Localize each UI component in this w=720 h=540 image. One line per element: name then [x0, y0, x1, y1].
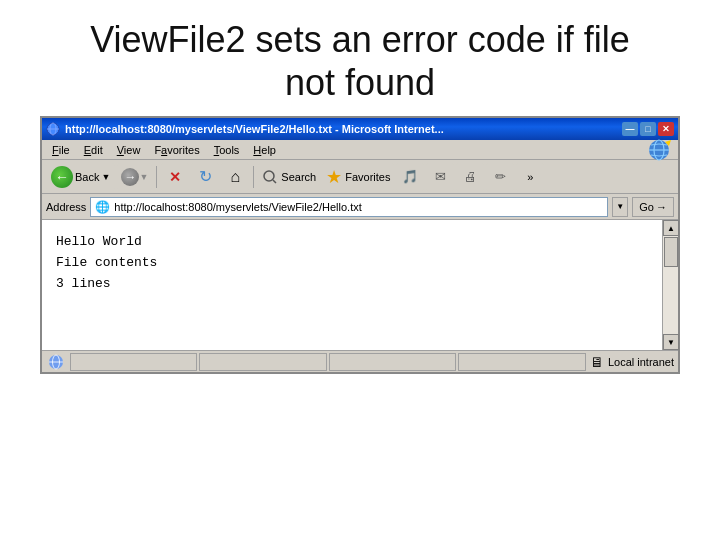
favorites-label: Favorites [345, 171, 390, 183]
go-label: Go [639, 201, 654, 213]
media-button[interactable]: 🎵 [396, 163, 424, 191]
menu-edit[interactable]: Edit [78, 143, 109, 157]
search-label: Search [281, 171, 316, 183]
stop-icon: ✕ [169, 169, 181, 185]
address-globe-icon: 🌐 [95, 200, 110, 214]
address-dropdown-button[interactable]: ▼ [612, 197, 628, 217]
scroll-track [663, 236, 678, 334]
edit-page-button[interactable]: ✏ [486, 163, 514, 191]
toolbar-separator-2 [253, 166, 254, 188]
zone-text: Local intranet [608, 356, 674, 368]
search-icon [262, 169, 278, 185]
title-line1: ViewFile2 sets an error code if file [90, 19, 630, 60]
scroll-down-button[interactable]: ▼ [663, 334, 679, 350]
favorites-button[interactable]: ★ Favorites [322, 163, 394, 191]
address-bar: Address 🌐 ▼ Go → [42, 194, 678, 220]
status-segment-2 [199, 353, 326, 371]
title-bar: http://localhost:8080/myservlets/ViewFil… [42, 118, 678, 140]
refresh-icon: ↻ [199, 167, 212, 186]
browser-title-text: http://localhost:8080/myservlets/ViewFil… [63, 123, 619, 135]
content-area: Hello World File contents 3 lines ▲ ▼ [42, 220, 678, 350]
more-button[interactable]: » [516, 163, 544, 191]
ie-logo-icon [645, 138, 673, 162]
title-bar-buttons: — □ ✕ [622, 122, 674, 136]
address-input[interactable] [114, 201, 603, 213]
vertical-scrollbar[interactable]: ▲ ▼ [662, 220, 678, 350]
title-line2: not found [285, 62, 435, 103]
search-button[interactable]: Search [258, 163, 320, 191]
edit-icon: ✏ [495, 169, 506, 184]
menu-help[interactable]: Help [247, 143, 282, 157]
menu-favorites[interactable]: Favorites [148, 143, 205, 157]
back-arrow-icon: ← [51, 166, 73, 188]
status-zone: 🖥 Local intranet [590, 354, 674, 370]
back-label: Back [75, 171, 99, 183]
status-segment-3 [329, 353, 456, 371]
address-input-wrapper: 🌐 [90, 197, 608, 217]
mail-icon: ✉ [435, 169, 446, 184]
scroll-up-button[interactable]: ▲ [663, 220, 679, 236]
mail-button[interactable]: ✉ [426, 163, 454, 191]
home-icon: ⌂ [230, 168, 240, 186]
back-button[interactable]: ← Back ▼ [46, 163, 115, 191]
minimize-button[interactable]: — [622, 122, 638, 136]
print-button[interactable]: 🖨 [456, 163, 484, 191]
maximize-button[interactable]: □ [640, 122, 656, 136]
content-line-1: Hello World [56, 232, 648, 253]
browser-window: http://localhost:8080/myservlets/ViewFil… [40, 116, 680, 374]
status-bar: 🖥 Local intranet [42, 350, 678, 372]
content-main: Hello World File contents 3 lines [42, 220, 662, 350]
status-progress-area [70, 353, 586, 371]
slide-title: ViewFile2 sets an error code if file not… [0, 0, 720, 116]
content-line-3: 3 lines [56, 274, 648, 295]
go-button[interactable]: Go → [632, 197, 674, 217]
browser-title-icon [46, 122, 60, 136]
address-label: Address [46, 201, 86, 213]
toolbar: ← Back ▼ → ▼ ✕ ↻ ⌂ Search [42, 160, 678, 194]
forward-dropdown-icon: ▼ [139, 172, 148, 182]
menu-bar: File Edit View Favorites Tools Help [42, 140, 678, 160]
zone-computer-icon: 🖥 [590, 354, 604, 370]
refresh-button[interactable]: ↻ [191, 163, 219, 191]
forward-arrow-icon: → [121, 168, 139, 186]
more-label: » [527, 171, 533, 183]
home-button[interactable]: ⌂ [221, 163, 249, 191]
scroll-thumb[interactable] [664, 237, 678, 267]
go-arrow-icon: → [656, 201, 667, 213]
status-segment-1 [70, 353, 197, 371]
print-icon: 🖨 [464, 169, 477, 184]
status-segment-4 [458, 353, 585, 371]
toolbar-separator-1 [156, 166, 157, 188]
back-dropdown-icon: ▼ [101, 172, 110, 182]
media-icon: 🎵 [402, 169, 418, 184]
menu-view[interactable]: View [111, 143, 147, 157]
close-button[interactable]: ✕ [658, 122, 674, 136]
status-page-icon [46, 352, 66, 372]
svg-line-7 [273, 180, 276, 183]
stop-button[interactable]: ✕ [161, 163, 189, 191]
svg-point-6 [264, 171, 274, 181]
forward-button[interactable]: → ▼ [117, 163, 152, 191]
favorites-star-icon: ★ [326, 166, 342, 188]
content-line-2: File contents [56, 253, 648, 274]
menu-tools[interactable]: Tools [208, 143, 246, 157]
menu-file[interactable]: File [46, 143, 76, 157]
